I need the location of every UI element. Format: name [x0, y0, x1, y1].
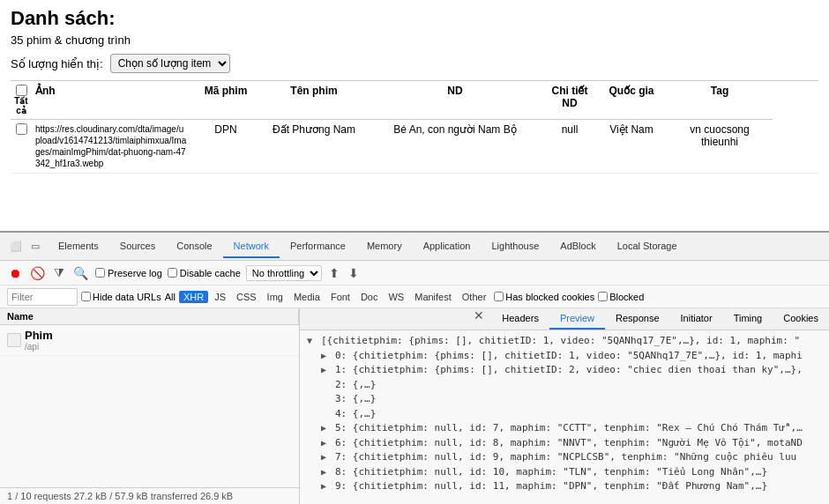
json-line: 4: {,…}	[307, 407, 822, 422]
json-line: 3: {,…}	[307, 392, 822, 407]
json-text: 2: {,…}	[335, 378, 376, 393]
device-icon[interactable]: ▭	[26, 238, 44, 256]
upload-icon[interactable]: ⬆	[327, 266, 341, 280]
network-right-content: ▼[{chitietphim: {phims: [], chitietID: 1…	[300, 330, 829, 504]
json-text: 4: {,…}	[335, 407, 376, 422]
filter-tag-xhr[interactable]: XHR	[179, 291, 208, 303]
json-line[interactable]: ▼[{chitietphim: {phims: [], chitietID: 1…	[307, 334, 822, 349]
select-all-label: Tất cả	[14, 96, 28, 115]
tab-timing[interactable]: Timing	[723, 308, 773, 330]
filter-tag-img[interactable]: Img	[263, 291, 288, 303]
quantity-select[interactable]: Chọn số lượng item 10 25 50 100	[110, 54, 230, 73]
page-title: Danh sách:	[11, 7, 818, 30]
download-icon[interactable]: ⬇	[347, 266, 361, 280]
throttle-select[interactable]: No throttling Fast 3G Slow 3G	[246, 265, 322, 281]
record-icon[interactable]: ⏺	[7, 266, 23, 280]
json-line[interactable]: ▶7: {chitietphim: null, id: 9, maphim: "…	[307, 450, 822, 465]
json-arrow[interactable]: ▶	[321, 479, 332, 493]
network-list-header: Name	[0, 308, 299, 325]
filter-tag-other[interactable]: Other	[458, 291, 491, 303]
filter-input[interactable]	[7, 288, 78, 306]
json-line[interactable]: ▶5: {chitietphim: null, id: 7, maphim: "…	[307, 421, 822, 436]
json-arrow[interactable]: ▶	[321, 465, 332, 478]
json-text: 0: {chitietphim: {phims: [], chitietID: …	[335, 349, 803, 364]
preserve-log-checkbox[interactable]	[95, 268, 105, 278]
json-text: 6: {chitietphim: null, id: 8, maphim: "N…	[335, 436, 803, 451]
filter-tag-doc[interactable]: Doc	[356, 291, 383, 303]
tab-headers[interactable]: Headers	[491, 308, 549, 330]
filter-tag-manifest[interactable]: Manifest	[410, 291, 456, 303]
json-arrow[interactable]: ▶	[321, 436, 332, 449]
list-item[interactable]: Phim /api	[0, 325, 299, 356]
item-text: Phim /api	[25, 329, 53, 352]
col-tag: Tag	[667, 81, 773, 120]
col-quocgia: Quốc gia	[596, 81, 667, 120]
tab-sources[interactable]: Sources	[109, 235, 166, 258]
json-arrow[interactable]: ▼	[307, 334, 317, 347]
filter-tag-css[interactable]: CSS	[232, 291, 261, 303]
filter-icon[interactable]: ⧩	[52, 265, 66, 280]
json-text: 8: {chitietphim: null, id: 10, maphim: "…	[335, 465, 767, 480]
tab-network[interactable]: Network	[223, 235, 280, 258]
network-status-bar: 1 / 10 requests 27.2 kB / 57.9 kB transf…	[0, 487, 299, 504]
json-line[interactable]: ▶8: {chitietphim: null, id: 10, maphim: …	[307, 465, 822, 480]
json-arrow[interactable]: ▶	[321, 421, 332, 434]
tab-lighthouse[interactable]: Lighthouse	[481, 235, 549, 258]
select-all-checkbox[interactable]	[16, 85, 27, 96]
row-checkbox-cell[interactable]	[11, 120, 32, 173]
inspect-icon[interactable]: ⬜	[7, 238, 25, 256]
json-line[interactable]: ▶1: {chitietphim: {phims: [], chitietID:…	[307, 363, 822, 378]
blocked-label: Blocked	[598, 292, 644, 302]
clear-icon[interactable]: 🚫	[28, 266, 47, 280]
tab-elements[interactable]: Elements	[48, 235, 109, 258]
has-blocked-label: Has blocked cookies	[494, 292, 594, 302]
tab-performance[interactable]: Performance	[280, 235, 356, 258]
col-checkbox: Tất cả	[11, 81, 32, 120]
devtools-tabbar: ⬜ ▭ Elements Sources Console Network Per…	[0, 233, 829, 261]
tab-response[interactable]: Response	[605, 308, 670, 330]
tab-local-storage[interactable]: Local Storage	[607, 235, 688, 258]
close-btn[interactable]: ✕	[467, 308, 491, 330]
hide-data-urls-checkbox[interactable]	[81, 292, 91, 301]
json-arrow[interactable]: ▶	[321, 349, 332, 362]
json-line[interactable]: ▶6: {chitietphim: null, id: 8, maphim: "…	[307, 436, 822, 451]
disable-cache-checkbox[interactable]	[168, 268, 177, 278]
col-maphim: Mã phim	[190, 81, 261, 120]
name-col-header: Name	[0, 308, 299, 324]
network-right-panel: ✕ Headers Preview Response Initiator Tim…	[300, 308, 829, 504]
disable-cache-label: Disable cache	[168, 268, 241, 278]
tab-memory[interactable]: Memory	[356, 235, 413, 258]
tab-preview[interactable]: Preview	[549, 308, 605, 330]
col-tenphim: Tên phim	[261, 81, 367, 120]
tab-initiator[interactable]: Initiator	[670, 308, 723, 330]
filter-tag-js[interactable]: JS	[210, 291, 230, 303]
json-arrow[interactable]: ▶	[321, 363, 332, 376]
col-nd: ND	[367, 81, 543, 120]
hide-data-urls-label: Hide data URLs	[81, 292, 161, 302]
filter-tag-ws[interactable]: WS	[384, 291, 408, 303]
filter-tags: XHR JS CSS Img Media Font Doc WS Manifes…	[179, 291, 490, 303]
subtitle: 35 phim & chương trình	[11, 33, 818, 47]
tab-cookies[interactable]: Cookies	[773, 308, 829, 330]
filter-tag-font[interactable]: Font	[326, 291, 355, 303]
tab-console[interactable]: Console	[166, 235, 222, 258]
row-tag: vn cuocsong thieunhi	[667, 120, 773, 173]
search-icon[interactable]: 🔍	[71, 266, 90, 280]
json-arrow[interactable]: ▶	[321, 450, 332, 463]
preserve-log-label: Preserve log	[95, 268, 162, 278]
network-list-items: Phim /api	[0, 325, 299, 487]
row-maphim: DPN	[190, 120, 261, 173]
row-checkbox[interactable]	[16, 123, 27, 135]
network-toolbar: ⏺ 🚫 ⧩ 🔍 Preserve log Disable cache No th…	[0, 261, 829, 285]
item-path: /api	[25, 342, 53, 352]
network-right-tabbar: ✕ Headers Preview Response Initiator Tim…	[300, 308, 829, 330]
tab-adblock[interactable]: AdBlock	[549, 235, 606, 258]
filter-tag-media[interactable]: Media	[289, 291, 325, 303]
blocked-checkbox[interactable]	[598, 292, 608, 301]
has-blocked-checkbox[interactable]	[494, 292, 504, 301]
tab-application[interactable]: Application	[413, 235, 482, 258]
json-text: 7: {chitietphim: null, id: 9, maphim: "N…	[335, 450, 796, 465]
json-line[interactable]: ▶9: {chitietphim: null, id: 11, maphim: …	[307, 479, 822, 494]
filter-row: Hide data URLs All XHR JS CSS Img Media …	[0, 285, 829, 308]
json-line[interactable]: ▶0: {chitietphim: {phims: [], chitietID:…	[307, 349, 822, 364]
